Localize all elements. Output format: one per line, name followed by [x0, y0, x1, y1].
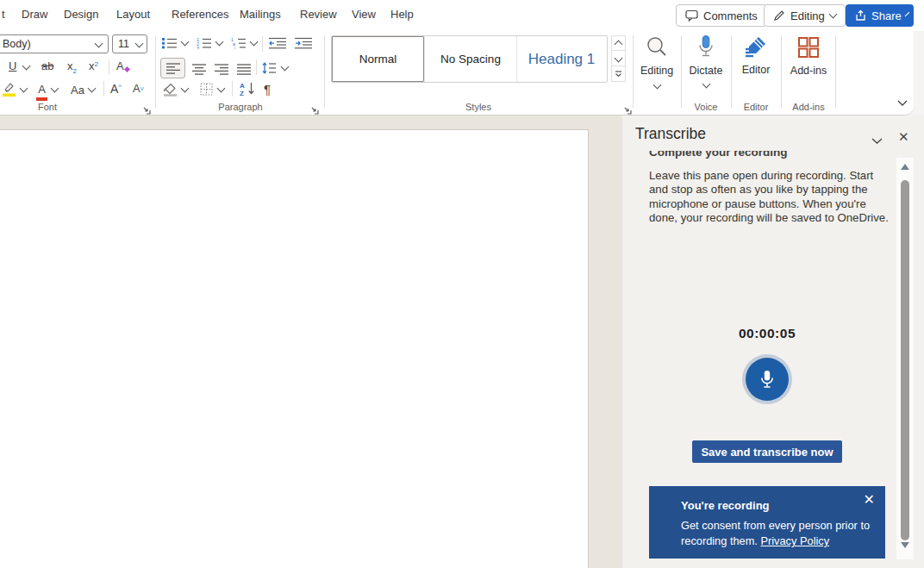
tab-help[interactable]: Help: [390, 8, 414, 21]
line-spacing-button[interactable]: [262, 62, 277, 78]
scroll-up-arrow-icon[interactable]: [901, 164, 909, 170]
privacy-policy-link[interactable]: Privacy Policy: [760, 534, 829, 547]
font-color-chevron-icon[interactable]: [51, 84, 59, 93]
tab-insert-partial[interactable]: t: [2, 8, 5, 21]
divider: [256, 59, 257, 75]
editor-button[interactable]: Editor: [733, 33, 779, 102]
editing-menu-button[interactable]: Editing: [634, 33, 679, 102]
microphone-icon: [696, 34, 716, 62]
increase-indent-button[interactable]: [295, 37, 313, 53]
superscript-button[interactable]: x2: [89, 60, 98, 72]
group-separator: [731, 35, 732, 108]
paragraph-group: 123 1ai: [158, 31, 323, 115]
pencil-icon: [773, 9, 785, 22]
document-page[interactable]: [0, 129, 589, 568]
change-case-chevron-icon[interactable]: [88, 84, 97, 93]
dictate-button[interactable]: Dictate: [683, 33, 729, 102]
style-no-spacing[interactable]: No Spacing: [424, 36, 516, 82]
multilevel-chevron-icon[interactable]: [250, 38, 259, 47]
align-center-button[interactable]: [192, 63, 206, 78]
numbered-list-button[interactable]: 123: [197, 37, 212, 53]
subscript-button[interactable]: x2: [67, 60, 77, 72]
divider: [103, 81, 104, 97]
shading-button[interactable]: [162, 82, 178, 100]
tab-references[interactable]: References: [172, 8, 228, 21]
save-and-transcribe-button[interactable]: Save and transcribe now: [692, 440, 842, 463]
pane-scrollbar[interactable]: [896, 158, 914, 559]
multilevel-list-button[interactable]: 1ai: [231, 37, 247, 53]
scroll-down-arrow-icon[interactable]: [901, 542, 909, 548]
text-highlight-button[interactable]: [2, 81, 17, 100]
ribbon-tab-bar: t Draw Design Layout References Mailings…: [0, 0, 924, 31]
underline-chevron-icon[interactable]: [22, 62, 31, 71]
recording-notification: You're recording ✕ Get consent from ever…: [649, 486, 885, 559]
strikethrough-button[interactable]: ab: [41, 60, 53, 72]
chevron-down-icon: [652, 81, 661, 90]
tab-review[interactable]: Review: [300, 8, 337, 21]
notification-close-icon[interactable]: ✕: [864, 491, 875, 508]
shrink-font-button[interactable]: Av: [133, 83, 144, 94]
styles-group: Normal No Spacing Heading 1 Styles: [326, 31, 631, 115]
red-color-bar-icon: [36, 97, 47, 101]
styles-scroll-up-button[interactable]: [611, 35, 626, 51]
shading-chevron-icon[interactable]: [181, 84, 190, 93]
group-separator: [155, 35, 156, 108]
borders-button[interactable]: [200, 83, 213, 99]
grow-font-button[interactable]: A^: [110, 83, 122, 95]
font-size-combo[interactable]: 11: [112, 34, 147, 53]
align-left-button[interactable]: [160, 58, 185, 78]
comments-button[interactable]: Comments: [676, 4, 767, 27]
notification-title: You're recording: [681, 499, 770, 512]
notification-body: Get consent from every person prior to r…: [681, 518, 877, 549]
editor-group-label: Editor: [733, 102, 779, 112]
pilcrow-button[interactable]: ¶: [264, 83, 271, 96]
tab-design[interactable]: Design: [64, 8, 98, 21]
tab-view[interactable]: View: [352, 8, 376, 21]
underline-button[interactable]: U: [9, 60, 16, 72]
borders-chevron-icon[interactable]: [217, 84, 226, 93]
clear-formatting-button[interactable]: A: [116, 60, 129, 72]
font-color-button[interactable]: A: [36, 81, 47, 101]
instructions-text: Leave this pane open during recording. S…: [649, 169, 890, 226]
microphone-record-button[interactable]: [746, 358, 789, 401]
style-heading-1[interactable]: Heading 1: [516, 36, 606, 82]
highlight-chevron-icon[interactable]: [20, 84, 28, 93]
share-icon: [854, 9, 866, 22]
styles-scroll-down-button[interactable]: [611, 51, 626, 66]
group-separator: [681, 35, 682, 108]
change-case-button[interactable]: Aa: [71, 84, 84, 96]
font-name-combo[interactable]: Body): [0, 34, 109, 53]
magnifier-icon: [646, 36, 668, 62]
share-button[interactable]: Share: [846, 4, 914, 27]
tab-draw[interactable]: Draw: [22, 8, 47, 21]
editing-mode-dropdown[interactable]: Editing: [764, 4, 846, 27]
recording-timer: 00:00:05: [651, 326, 883, 341]
divider: [262, 36, 263, 52]
chevron-down-icon: [135, 40, 144, 48]
font-group: Body) 11 U ab x2 x2 A A: [0, 31, 155, 115]
tab-mailings[interactable]: Mailings: [240, 8, 281, 21]
paragraph-group-label: Paragraph: [158, 102, 323, 112]
add-ins-button[interactable]: Add-ins: [783, 33, 834, 102]
sort-button[interactable]: AZ: [240, 81, 256, 99]
decrease-indent-button[interactable]: [269, 37, 287, 53]
group-separator: [835, 35, 836, 108]
addins-group-label: Add-ins: [783, 102, 834, 112]
styles-gallery-more-button[interactable]: [611, 66, 626, 82]
group-separator: [781, 35, 782, 108]
align-right-button[interactable]: [215, 63, 228, 78]
scrollbar-thumb[interactable]: [901, 180, 909, 540]
chevron-down-icon: [904, 12, 909, 17]
numbering-chevron-icon[interactable]: [215, 38, 224, 47]
bullet-chevron-icon[interactable]: [181, 38, 190, 47]
collapse-ribbon-button[interactable]: [896, 95, 908, 110]
style-normal[interactable]: Normal: [332, 36, 424, 82]
line-spacing-chevron-icon[interactable]: [281, 63, 290, 72]
pane-chevron-down-icon[interactable]: [871, 133, 883, 148]
justify-button[interactable]: [237, 63, 251, 78]
tab-layout[interactable]: Layout: [116, 8, 150, 21]
svg-text:3: 3: [197, 46, 199, 50]
pane-close-icon[interactable]: ✕: [898, 130, 909, 143]
voice-group-label: Voice: [683, 102, 729, 112]
bullet-list-button[interactable]: [162, 37, 178, 53]
